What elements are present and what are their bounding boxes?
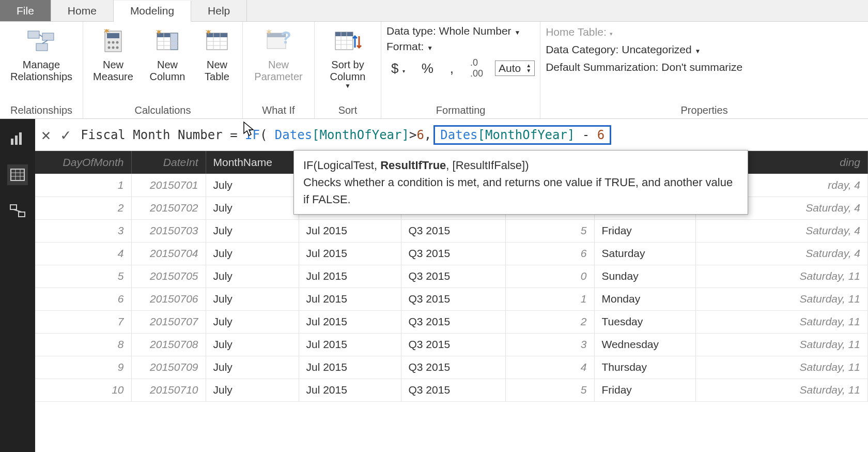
svg-point-10	[108, 47, 111, 49]
home-table-dropdown: Home Table: ▾	[546, 26, 742, 38]
svg-text:✶: ✶	[155, 30, 163, 37]
table-row[interactable]: 420150704JulyJul 2015Q3 20156SaturdaySat…	[35, 242, 868, 265]
sort-icon	[333, 27, 362, 56]
svg-point-8	[112, 41, 115, 44]
table-row[interactable]: 820150708JulyJul 2015Q3 20153WednesdaySa…	[35, 333, 868, 356]
svg-rect-39	[11, 139, 13, 145]
table-icon: ✶	[203, 27, 231, 56]
formula-highlight: Dates[MonthOfYear] - 6	[433, 125, 611, 145]
table-row[interactable]: 620150706JulyJul 2015Q3 20151MondaySatur…	[35, 288, 868, 310]
menu-tabbar: File Home Modeling Help	[0, 0, 868, 22]
svg-rect-41	[19, 132, 22, 145]
col-dayofmonth[interactable]: DayOfMonth	[35, 151, 131, 174]
svg-rect-48	[19, 212, 25, 217]
new-table-button[interactable]: ✶ New Table	[197, 25, 237, 83]
new-measure-button[interactable]: ✶ New Measure	[88, 25, 138, 83]
sort-by-column-button[interactable]: Sort by Column ▼	[320, 25, 376, 90]
tab-modeling[interactable]: Modeling	[114, 1, 191, 22]
format-dropdown[interactable]: Format: ▼	[386, 40, 535, 53]
group-sort-label: Sort	[320, 102, 376, 116]
new-measure-label: New Measure	[93, 59, 133, 83]
svg-point-12	[116, 47, 119, 49]
tab-file[interactable]: File	[0, 0, 51, 21]
manage-relationships-label: Manage Relationships	[10, 59, 72, 83]
svg-line-4	[42, 40, 48, 43]
svg-rect-34	[335, 32, 353, 36]
data-category-dropdown[interactable]: Data Category: Uncategorized ▼	[546, 43, 742, 56]
new-column-label: New Column	[150, 59, 185, 83]
default-summarization-dropdown[interactable]: Default Summarization: Don't summarize	[546, 61, 742, 73]
tab-home[interactable]: Home	[51, 0, 114, 21]
svg-text:?: ?	[281, 29, 291, 47]
ribbon: Manage Relationships Relationships ✶ New…	[0, 22, 868, 119]
svg-text:✶: ✶	[205, 30, 212, 37]
col-monthname[interactable]: MonthName	[206, 151, 299, 174]
group-calculations: ✶ New Measure ✶ New Column	[83, 22, 243, 118]
group-sort: Sort by Column ▼ Sort	[315, 22, 381, 118]
percent-button[interactable]: %	[417, 59, 438, 78]
new-parameter-button: ? ✶ New Parameter	[248, 25, 309, 83]
data-view-icon[interactable]	[7, 164, 28, 185]
svg-text:✶: ✶	[265, 29, 273, 37]
table-column-icon: ✶	[153, 27, 182, 56]
model-view-icon[interactable]	[7, 201, 28, 221]
svg-line-49	[13, 209, 22, 212]
report-view-icon[interactable]	[7, 128, 28, 149]
datatype-dropdown[interactable]: Data type: Whole Number ▼	[386, 25, 535, 37]
svg-text:✶: ✶	[103, 29, 111, 36]
svg-point-7	[108, 41, 111, 44]
svg-rect-2	[36, 43, 48, 51]
group-whatif-label: What If	[248, 102, 309, 116]
group-relationships: Manage Relationships Relationships	[0, 22, 83, 118]
table-row[interactable]: 1020150710JulyJul 2015Q3 20155FridaySatu…	[35, 379, 868, 401]
manage-relationships-button[interactable]: Manage Relationships	[5, 25, 78, 83]
new-table-label: New Table	[205, 59, 229, 83]
group-formatting-label: Formatting	[386, 102, 535, 116]
svg-rect-42	[11, 169, 24, 180]
intellisense-tooltip: IF(LogicalTest, ResultIfTrue, [ResultIfF…	[293, 150, 748, 215]
svg-rect-40	[15, 135, 18, 145]
group-whatif: ? ✶ New Parameter What If	[243, 22, 315, 118]
svg-rect-1	[42, 33, 54, 40]
table-row[interactable]: 720150707JulyJul 2015Q3 20152TuesdaySatu…	[35, 310, 868, 333]
sort-by-column-label: Sort by Column	[330, 59, 366, 83]
formula-text[interactable]: Fiscal Month Number = IF( Dates[MonthOfY…	[81, 125, 613, 145]
new-column-button[interactable]: ✶ New Column	[144, 25, 191, 83]
tooltip-description: Checks whether a condition is met, and r…	[303, 174, 738, 208]
calculator-icon: ✶	[99, 27, 128, 56]
svg-point-9	[116, 41, 119, 44]
relationships-icon	[27, 27, 56, 56]
group-relationships-label: Relationships	[5, 102, 78, 116]
new-parameter-label: New Parameter	[254, 59, 302, 83]
left-nav	[0, 119, 35, 452]
svg-line-3	[39, 35, 42, 37]
cancel-formula-button[interactable]: ✕	[41, 126, 51, 144]
decimals-icon: .0.00	[466, 56, 488, 81]
tab-help[interactable]: Help	[191, 0, 247, 21]
parameter-icon: ? ✶	[264, 27, 293, 56]
thousands-button[interactable]: ,	[445, 59, 458, 78]
group-formatting: Data type: Whole Number ▼ Format: ▼ $ ▾ …	[381, 22, 540, 118]
table-row[interactable]: 320150703JulyJul 2015Q3 20155FridaySatur…	[35, 219, 868, 242]
formula-bar[interactable]: ✕ ✓ Fiscal Month Number = IF( Dates[Mont…	[35, 119, 868, 151]
svg-point-11	[112, 47, 115, 49]
commit-formula-button[interactable]: ✓	[61, 126, 70, 144]
group-properties: Home Table: ▾ Data Category: Uncategoriz…	[540, 22, 868, 118]
decimals-spinner[interactable]: Auto ▲▼	[495, 61, 535, 76]
table-row[interactable]: 520150705JulyJul 2015Q3 20150SundaySatur…	[35, 265, 868, 288]
currency-button[interactable]: $ ▾	[386, 59, 410, 78]
svg-rect-0	[28, 31, 39, 38]
svg-rect-47	[10, 205, 17, 209]
col-dateint[interactable]: DateInt	[131, 151, 206, 174]
group-properties-label: Properties	[546, 102, 863, 116]
table-row[interactable]: 920150709JulyJul 2015Q3 20154ThursdaySat…	[35, 356, 868, 379]
group-calculations-label: Calculations	[88, 102, 237, 116]
